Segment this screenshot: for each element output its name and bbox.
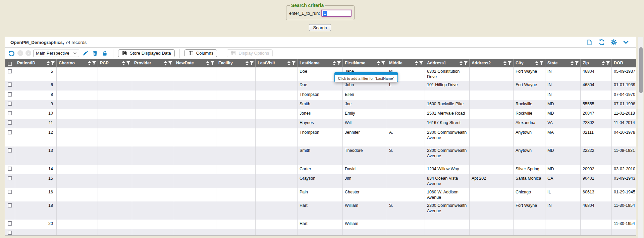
sort-icon[interactable]	[47, 61, 50, 65]
filter-funnel-icon[interactable]	[606, 61, 610, 65]
column-header-lastname[interactable]: LastName	[298, 59, 343, 67]
column-header-pcp[interactable]: PCP	[98, 59, 132, 67]
column-header-chartno[interactable]: Chartno	[57, 59, 98, 67]
table-row[interactable]: 13SmithTheodoreS.2300 Commonwealth Avenu…	[5, 146, 636, 165]
row-checkbox[interactable]	[8, 190, 12, 194]
table-row[interactable]: 16PainChester1060 W. Addison AvenueChica…	[5, 188, 636, 201]
table-row[interactable]: 14CarterDavid1234 Willow WaySilver Sprin…	[5, 165, 636, 174]
column-header-address2[interactable]: Address2	[470, 59, 514, 67]
column-header-address1[interactable]: Address1	[425, 59, 470, 67]
column-header-firstname[interactable]: FirstName	[343, 59, 387, 67]
table-row[interactable]: 8ThompsonEllenIN07-04-1970	[5, 91, 636, 100]
select-all-checkbox[interactable]	[8, 62, 12, 66]
columns-button[interactable]: Columns	[184, 49, 217, 57]
table-row[interactable]: 12ThompsonJenniferA.2300 Commonwealth Av…	[5, 128, 636, 146]
filter-funnel-icon[interactable]	[126, 61, 130, 65]
row-checkbox[interactable]	[8, 130, 12, 134]
row-checkbox[interactable]	[8, 92, 12, 97]
lock-icon[interactable]	[101, 50, 108, 57]
search-input[interactable]: 1	[321, 10, 352, 17]
sort-icon[interactable]	[460, 61, 463, 65]
sort-icon[interactable]	[415, 61, 418, 65]
filter-funnel-icon[interactable]	[575, 61, 579, 65]
row-checkbox[interactable]	[8, 176, 12, 180]
sort-icon[interactable]	[535, 61, 538, 65]
filter-funnel-icon[interactable]	[211, 61, 214, 65]
table-row[interactable]: 11HaynesWill16167 King StreetAlexandriaV…	[5, 119, 636, 128]
column-header-middle[interactable]: Middle	[387, 59, 425, 67]
column-header-facility[interactable]: Facility	[216, 59, 256, 67]
filter-funnel-icon[interactable]	[168, 61, 172, 65]
table-row[interactable]: 10JonesEmily2501 Merrvale RoadRockvilleM…	[5, 109, 636, 119]
vertical-scrollbar-track[interactable]	[638, 37, 643, 238]
filter-funnel-icon[interactable]	[337, 61, 341, 65]
cell-newdate	[174, 91, 216, 100]
sort-icon[interactable]	[602, 61, 605, 65]
sort-icon[interactable]	[246, 61, 249, 65]
row-checkbox[interactable]	[8, 203, 12, 207]
store-displayed-data-button[interactable]: Store Displayed Data	[118, 49, 175, 57]
column-header-state[interactable]: State	[545, 59, 581, 67]
table-row[interactable]: 6DoeJohnL.101 Hilltop DriveFort WayneIN4…	[5, 81, 636, 91]
column-header-newdate[interactable]: NewDate	[174, 59, 216, 67]
column-header-city[interactable]: City	[514, 59, 545, 67]
sort-icon[interactable]	[333, 61, 336, 65]
filter-funnel-icon[interactable]	[292, 61, 296, 65]
row-checkbox[interactable]	[8, 120, 12, 125]
column-header-patientid[interactable]: PatientID	[15, 59, 57, 67]
filter-funnel-icon[interactable]	[419, 61, 423, 65]
filter-funnel-icon[interactable]	[540, 61, 543, 65]
filter-funnel-icon[interactable]	[464, 61, 468, 65]
sort-icon[interactable]	[503, 61, 506, 65]
sort-icon[interactable]	[571, 61, 574, 65]
refresh-icon[interactable]	[598, 39, 605, 46]
column-header-zip[interactable]: Zip	[581, 59, 612, 67]
sort-icon[interactable]	[377, 61, 380, 65]
filter-funnel-icon[interactable]	[508, 61, 512, 65]
table-row[interactable]: 5DoeJaneM.6302 Constitution DriveFort Wa…	[5, 67, 636, 81]
gear-icon[interactable]	[610, 39, 617, 46]
vertical-scrollbar-thumb[interactable]	[639, 47, 643, 93]
next-icon[interactable]: ›	[25, 50, 31, 56]
row-checkbox[interactable]	[8, 82, 12, 87]
table-row[interactable]: 15GraysonJim834 Ocean Vista AvenueApt 20…	[5, 174, 636, 188]
cell-pcp	[98, 119, 132, 128]
chevron-down-icon[interactable]	[622, 39, 629, 46]
row-checkbox[interactable]	[8, 148, 12, 153]
filter-funnel-icon[interactable]	[92, 61, 96, 65]
prev-icon[interactable]: ‹	[17, 50, 23, 56]
cell-patientid: 15	[15, 174, 57, 188]
edit-pencil-icon[interactable]	[82, 50, 89, 57]
filter-funnel-icon[interactable]	[381, 61, 385, 65]
row-checkbox[interactable]	[8, 231, 12, 235]
table-row[interactable]: 18HartWilliamS.2300 Commonwealth AvenueF…	[5, 201, 636, 220]
search-button[interactable]: Search	[309, 24, 331, 31]
new-document-icon[interactable]	[586, 39, 593, 46]
sort-icon[interactable]	[88, 61, 91, 65]
perspective-select[interactable]: Main Perspective	[34, 50, 79, 57]
undo-icon[interactable]	[8, 50, 15, 57]
column-header-lastvisit[interactable]: LastVisit	[256, 59, 298, 67]
cell-firstname: Ellen	[343, 91, 387, 100]
column-header-dob[interactable]: DOB	[612, 59, 636, 67]
filter-funnel-icon[interactable]	[51, 61, 55, 65]
table-row[interactable]: 20HartWilliam11-30-1954	[5, 220, 636, 229]
column-header-provider[interactable]: Provider	[132, 59, 174, 67]
row-checkbox[interactable]	[8, 167, 12, 171]
row-checkbox[interactable]	[8, 69, 12, 73]
table-row-partial[interactable]	[5, 229, 636, 236]
sort-icon[interactable]	[164, 61, 167, 65]
cell-patientid: 12	[15, 128, 57, 146]
sort-icon[interactable]	[287, 61, 290, 65]
sort-icon[interactable]	[122, 61, 125, 65]
cell-address1: 6302 Constitution Drive	[425, 67, 470, 81]
table-row[interactable]: 9SmithJoe1600 Rockville PikeRockvilleMD5…	[5, 100, 636, 109]
cell-address2	[470, 165, 514, 174]
filter-funnel-icon[interactable]	[250, 61, 254, 65]
row-checkbox[interactable]	[8, 102, 12, 106]
row-checkbox[interactable]	[8, 111, 12, 115]
cell-lastvisit	[256, 91, 298, 100]
sort-icon[interactable]	[206, 61, 209, 65]
delete-trash-icon[interactable]	[91, 50, 99, 57]
row-checkbox[interactable]	[8, 221, 12, 226]
